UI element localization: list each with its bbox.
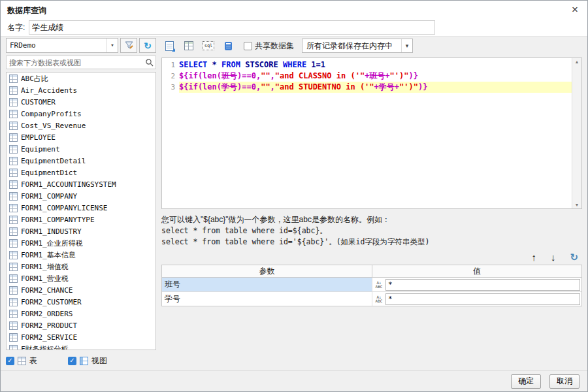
code-line[interactable]: 1 SELECT * FROM STSCORE WHERE 1=1 (162, 59, 572, 71)
value-column-header: 值 (372, 265, 581, 277)
table-name: FORM1_COMPANYTYPE (21, 216, 95, 224)
chevron-down-icon: ▾ (401, 39, 412, 52)
paste-button[interactable] (220, 39, 236, 53)
table-icon (9, 227, 18, 236)
code-lines[interactable]: 1 SELECT * FROM STSCORE WHERE 1=1 2 ${if… (162, 58, 572, 208)
table-name: CompanyProfits (21, 110, 82, 118)
line-number: 2 (162, 71, 179, 82)
param-row[interactable]: 班号 A↓ ABC (162, 278, 581, 292)
table-list-item[interactable]: CompanyProfits (7, 108, 155, 120)
param-row[interactable]: 学号 A↓ ABC (162, 292, 581, 306)
table-list-item[interactable]: FORM1_COMPANYLICENSE (7, 202, 155, 214)
table-list-item[interactable]: FORM2_CUSTOMER (7, 296, 155, 308)
table-icon (9, 157, 18, 165)
table-icon (9, 98, 18, 106)
string-type-icon: A↓ ABC (374, 281, 384, 289)
table-name: FORM1_增值税 (21, 262, 69, 272)
table-icon (9, 274, 18, 283)
view-type-icon (80, 357, 88, 365)
name-input[interactable] (29, 20, 435, 35)
editor-scrollbar[interactable]: ▲ ▼ (572, 58, 581, 208)
table-checkbox[interactable]: ✓ (6, 357, 14, 365)
move-up-icon[interactable]: ↑ (531, 252, 536, 262)
help-line-3: select * from table where id='${abc}'。(如… (161, 237, 582, 248)
editor-toolbar: sql 共享数据集 所有记录都保存在内存中 ▾ (161, 38, 582, 54)
table-list-item[interactable]: EMPLOYEE (7, 131, 155, 143)
table-icon (9, 192, 18, 201)
datasource-select[interactable]: FRDemo ▾ (6, 38, 118, 53)
search-input[interactable] (7, 59, 142, 67)
table-list-item[interactable]: FORM2_CHANCE (7, 284, 155, 296)
ok-button[interactable]: 确定 (511, 374, 541, 389)
refresh-params-icon[interactable]: ↻ (570, 252, 578, 262)
table-name: Cost_VS_Revenue (21, 122, 86, 130)
paste-icon (225, 42, 232, 50)
table-list[interactable]: ABC占比 Air_Accidents CUSTOMER Com (6, 72, 156, 350)
table-icon (9, 239, 18, 248)
chevron-down-icon: ▾ (106, 39, 118, 52)
param-value-cell: A↓ ABC (372, 278, 581, 291)
refresh-connection-button[interactable]: ↻ (139, 38, 156, 53)
share-dataset-toggle[interactable]: 共享数据集 (244, 41, 294, 52)
table-list-item[interactable]: Air_Accidents (7, 84, 155, 96)
table-name: FORM1_COMPANY (21, 192, 77, 201)
code-line[interactable]: 3 ${if(len(学号)==0,"","and STUDENTNO in (… (162, 82, 572, 93)
dialog-title: 数据库查询 (7, 5, 46, 16)
datasource-row: FRDemo ▾ ↻ (6, 38, 156, 53)
scroll-down-icon[interactable]: ▼ (575, 203, 580, 207)
refresh-icon: ↻ (144, 41, 152, 51)
table-list-item[interactable]: FORM1_INDUSTRY (7, 225, 155, 237)
table-name: FORM1_企业所得税 (21, 238, 83, 248)
param-value-input[interactable] (385, 293, 580, 305)
titlebar: 数据库查询 × (1, 1, 587, 19)
param-table-header: 参数 值 (162, 265, 581, 278)
table-list-item[interactable]: FORM1_COMPANY (7, 190, 155, 202)
table-icon (9, 286, 18, 295)
table-list-item[interactable]: Cost_VS_Revenue (7, 120, 155, 131)
param-value-cell: A↓ ABC (372, 292, 581, 306)
sql-format-button[interactable]: sql (201, 39, 216, 53)
table-list-item[interactable]: FORM2_SERVICE (7, 331, 155, 343)
table-list-item[interactable]: FORM1_COMPANYTYPE (7, 214, 155, 225)
sql-badge-icon: sql (203, 41, 215, 50)
storage-mode-select[interactable]: 所有记录都保存在内存中 ▾ (302, 39, 413, 53)
table-list-item[interactable]: FORM1_基本信息 (7, 249, 155, 261)
table-icon (9, 74, 18, 83)
left-panel: FRDemo ▾ ↻ (6, 38, 156, 368)
table-icon (9, 321, 18, 330)
sql-editor[interactable]: 1 SELECT * FROM STSCORE WHERE 1=1 2 ${if… (161, 57, 582, 209)
table-list-item[interactable]: ABC占比 (7, 73, 155, 84)
table-type-icon (18, 357, 26, 365)
dialog-body: FRDemo ▾ ↻ (1, 38, 587, 370)
table-list-item[interactable]: FORM1_营业税 (7, 272, 155, 284)
edit-connection-button[interactable] (120, 38, 137, 53)
preview-button[interactable] (161, 39, 177, 53)
left-footer: ✓ 表 ✓ 视图 (6, 350, 156, 368)
table-list-item[interactable]: Equipment (7, 143, 155, 155)
table-icon (9, 251, 18, 259)
table-list-item[interactable]: F财务指标分析 (7, 343, 155, 350)
table-name: Air_Accidents (21, 86, 77, 95)
table-list-item[interactable]: FORM2_PRODUCT (7, 319, 155, 331)
scroll-up-icon[interactable]: ▲ (575, 59, 580, 64)
table-icon (9, 204, 18, 212)
table-list-item[interactable]: EquipmentDict (7, 167, 155, 178)
code-line[interactable]: 2 ${if(len(班号)==0,"","and CLASSNO in ('"… (162, 71, 572, 82)
preview-document-icon (165, 41, 174, 51)
view-checkbox[interactable]: ✓ (68, 357, 76, 365)
table-list-item[interactable]: FORM1_ACCOUNTINGSYSTEM (7, 178, 155, 190)
close-icon[interactable]: × (568, 3, 582, 17)
table-list-item[interactable]: FORM2_ORDERS (7, 308, 155, 319)
table-list-item[interactable]: CUSTOMER (7, 96, 155, 108)
table-list-item[interactable]: EquipmentDetail (7, 155, 155, 167)
table-icon (9, 133, 18, 142)
table-list-item[interactable]: FORM1_增值税 (7, 261, 155, 272)
param-name[interactable]: 班号 (162, 278, 372, 291)
param-name[interactable]: 学号 (162, 292, 372, 306)
table-preview-button[interactable] (181, 39, 197, 53)
cancel-button[interactable]: 取消 (549, 374, 580, 389)
param-value-input[interactable] (385, 279, 580, 291)
share-dataset-checkbox[interactable] (244, 42, 252, 50)
move-down-icon[interactable]: ↓ (551, 252, 556, 262)
table-list-item[interactable]: FORM1_企业所得税 (7, 237, 155, 249)
